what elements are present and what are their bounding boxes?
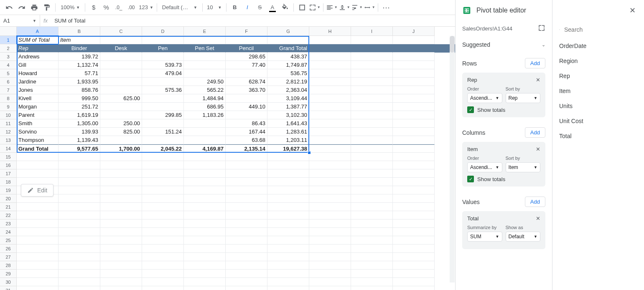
cell[interactable]: [309, 128, 351, 136]
suggested-section[interactable]: Suggested ⌄: [456, 36, 552, 53]
cell[interactable]: 63.68: [226, 136, 267, 144]
cell[interactable]: [17, 169, 59, 178]
increase-decimal-button[interactable]: .00: [125, 2, 137, 13]
cell[interactable]: [351, 211, 393, 219]
cell[interactable]: [226, 236, 267, 245]
cell[interactable]: [59, 261, 100, 270]
cell[interactable]: [351, 228, 393, 236]
cell[interactable]: [351, 270, 393, 278]
cell[interactable]: 2,812.19: [267, 78, 309, 86]
cell[interactable]: [351, 186, 393, 194]
cell[interactable]: [393, 278, 435, 286]
cell[interactable]: [351, 278, 393, 286]
cell[interactable]: [393, 236, 435, 245]
cell[interactable]: 479.04: [142, 69, 184, 78]
cell[interactable]: [393, 44, 435, 53]
cell[interactable]: [184, 161, 226, 169]
values-add-button[interactable]: Add: [525, 197, 545, 207]
cell[interactable]: [184, 270, 226, 278]
cell[interactable]: 151.24: [142, 128, 184, 136]
row-header[interactable]: 7: [0, 86, 17, 94]
cell[interactable]: [226, 253, 267, 261]
cell[interactable]: [393, 119, 435, 128]
cell[interactable]: [393, 61, 435, 69]
cell[interactable]: [100, 186, 142, 194]
cell[interactable]: [226, 94, 267, 103]
cell[interactable]: [100, 178, 142, 186]
cell[interactable]: [100, 103, 142, 111]
column-header[interactable]: I: [351, 27, 393, 36]
cell[interactable]: [309, 153, 351, 161]
cell[interactable]: [184, 278, 226, 286]
cell[interactable]: 686.95: [184, 103, 226, 111]
cell[interactable]: [393, 261, 435, 270]
cell[interactable]: [309, 44, 351, 53]
cell[interactable]: Desk: [100, 44, 142, 53]
cell[interactable]: [393, 211, 435, 219]
cell[interactable]: 9,577.65: [59, 144, 100, 153]
cell[interactable]: [142, 278, 184, 286]
cell[interactable]: [351, 203, 393, 211]
cell[interactable]: [59, 270, 100, 278]
cell[interactable]: Andrews: [17, 53, 59, 61]
cell[interactable]: [59, 286, 100, 290]
cell[interactable]: 299.85: [142, 111, 184, 119]
cell[interactable]: [351, 286, 393, 290]
cell[interactable]: 86.43: [226, 119, 267, 128]
cell[interactable]: [309, 69, 351, 78]
cell[interactable]: 1,933.95: [59, 78, 100, 86]
remove-row-chip-icon[interactable]: ✕: [536, 77, 540, 83]
cell[interactable]: [309, 253, 351, 261]
cell[interactable]: [226, 169, 267, 178]
cell[interactable]: [393, 228, 435, 236]
cell[interactable]: [351, 245, 393, 253]
cell[interactable]: [17, 228, 59, 236]
cell[interactable]: [184, 219, 226, 228]
col-sortby-select[interactable]: Item▼: [506, 162, 541, 172]
cell[interactable]: [59, 161, 100, 169]
cell[interactable]: 1,700.00: [100, 144, 142, 153]
cell[interactable]: [393, 94, 435, 103]
cell[interactable]: [100, 194, 142, 203]
cell[interactable]: 565.22: [184, 86, 226, 94]
cell[interactable]: [309, 61, 351, 69]
cell[interactable]: [309, 136, 351, 144]
row-header[interactable]: 8: [0, 94, 17, 103]
cell[interactable]: 77.40: [226, 61, 267, 69]
more-button[interactable]: ⋯: [381, 2, 392, 13]
cell[interactable]: [184, 228, 226, 236]
row-header[interactable]: 13: [0, 136, 17, 144]
cell[interactable]: [351, 169, 393, 178]
row-header[interactable]: 23: [0, 219, 17, 228]
cell[interactable]: [100, 111, 142, 119]
cell[interactable]: [309, 270, 351, 278]
cell[interactable]: Rep: [17, 44, 59, 53]
cell[interactable]: [267, 261, 309, 270]
cell[interactable]: 825.00: [100, 128, 142, 136]
cell[interactable]: [309, 186, 351, 194]
field-item[interactable]: Item: [552, 83, 644, 98]
cell[interactable]: [226, 153, 267, 161]
cell[interactable]: 575.36: [142, 86, 184, 94]
cell[interactable]: [267, 236, 309, 245]
strikethrough-button[interactable]: S: [254, 2, 266, 13]
field-search-input[interactable]: [564, 26, 637, 33]
cell[interactable]: [393, 203, 435, 211]
cell[interactable]: [17, 261, 59, 270]
cell[interactable]: [393, 36, 435, 44]
cell[interactable]: 3,109.44: [267, 94, 309, 103]
cell[interactable]: [226, 194, 267, 203]
h-align-button[interactable]: ▼: [326, 2, 338, 13]
cell[interactable]: [351, 86, 393, 94]
cell[interactable]: [393, 78, 435, 86]
cell[interactable]: 1,283.61: [267, 128, 309, 136]
currency-button[interactable]: $: [88, 2, 99, 13]
cell[interactable]: [226, 186, 267, 194]
cell[interactable]: [351, 119, 393, 128]
row-header[interactable]: 3: [0, 53, 17, 61]
cell[interactable]: 167.44: [226, 128, 267, 136]
edit-pivot-button[interactable]: Edit: [21, 184, 53, 197]
row-header[interactable]: 25: [0, 236, 17, 245]
cell[interactable]: 4,169.87: [184, 144, 226, 153]
column-header[interactable]: H: [309, 27, 351, 36]
